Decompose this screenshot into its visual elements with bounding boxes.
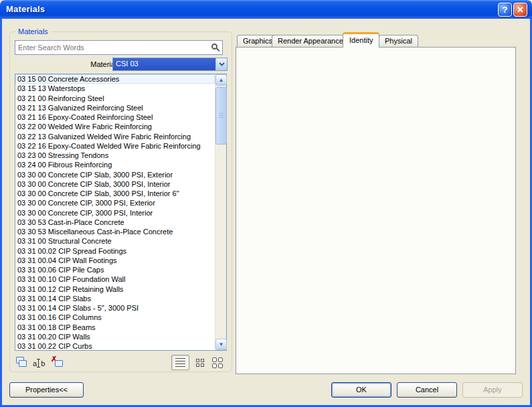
window-title: Materials (6, 4, 45, 14)
list-item[interactable]: 03 31 00.10 CIP Foundation Wall (15, 274, 215, 284)
tab-physical[interactable]: Physical (379, 35, 418, 48)
chevron-down-icon[interactable] (215, 58, 227, 70)
small-icons-view-button[interactable] (193, 355, 207, 370)
list-item[interactable]: 03 31 00.16 CIP Columns (15, 313, 215, 322)
list-item[interactable]: 03 31 00.18 CIP Beams (15, 323, 215, 332)
scroll-up-icon[interactable]: ▲ (215, 74, 227, 86)
rename-material-icon[interactable]: ab (33, 357, 48, 371)
list-scrollbar[interactable]: ▲ ▼ (215, 74, 226, 350)
tab-render-appearance[interactable]: Render Appearance (272, 35, 349, 48)
materials-listbox[interactable]: 03 15 00 Concrete Accessories03 15 13 Wa… (15, 74, 227, 351)
identity-tab-page (236, 47, 516, 374)
list-item[interactable]: 03 31 00.02 CIP Spread Footings (15, 246, 215, 256)
list-item[interactable]: 03 23 00 Stressing Tendons (15, 151, 215, 160)
material-class-selected-value: CSI 03 (113, 58, 215, 70)
list-item[interactable]: 03 30 53 Miscellaneous Cast-in-Place Con… (15, 227, 215, 236)
list-item[interactable]: 03 31 00.22 CIP Curbs (15, 341, 215, 350)
close-button[interactable]: ✕ (513, 3, 527, 17)
tab-identity[interactable]: Identity (343, 32, 379, 48)
help-button[interactable]: ? (498, 3, 512, 17)
materials-group-label: Materials (15, 27, 51, 36)
title-bar[interactable]: Materials ? ✕ (0, 0, 532, 19)
small-icons-icon (196, 359, 204, 367)
sheet-front (19, 360, 27, 367)
list-item[interactable]: 03 31 00.14 CIP Slabs - 5", 3000 PSI (15, 303, 215, 313)
list-item[interactable]: 03 30 00 Concrete CIP Slab, 3000 PSI, Ex… (15, 170, 215, 179)
scrollbar-thumb[interactable] (215, 87, 227, 145)
list-item[interactable]: 03 24 00 Fibrous Reinforcing (15, 160, 215, 169)
list-item[interactable]: 03 30 53 Cast-in-Place Concrete (15, 218, 215, 227)
list-item[interactable]: 03 31 00.20 CIP Walls (15, 332, 215, 341)
list-item[interactable]: 03 31 00 Structural Concrete (15, 236, 215, 246)
list-item[interactable]: 03 31 00.14 CIP Slabs (15, 294, 215, 303)
delete-material-icon[interactable]: ✗ (51, 356, 66, 370)
list-item[interactable]: 03 21 16 Epoxy-Coated Reinforcing Steel (15, 112, 215, 122)
ok-button[interactable]: OK (331, 382, 391, 398)
list-item[interactable]: 03 30 00 Concrete CIP Slab, 3000 PSI, In… (15, 189, 215, 198)
red-x-icon: ✗ (51, 355, 57, 363)
list-item[interactable]: 03 31 00.04 CIP Wall Footings (15, 256, 215, 265)
materials-dialog: Materials ? ✕ Materials Material Class: … (0, 0, 532, 407)
list-view-icon (175, 358, 185, 367)
cancel-button[interactable]: Cancel (397, 382, 457, 398)
search-icon[interactable] (211, 44, 217, 50)
duplicate-material-icon[interactable] (16, 356, 31, 370)
properties-toggle-button[interactable]: Properties<< (9, 382, 84, 398)
list-item[interactable]: 03 15 00 Concrete Accessories (15, 74, 215, 84)
large-icons-icon (212, 357, 223, 368)
scroll-down-icon[interactable]: ▼ (215, 339, 227, 350)
list-item[interactable]: 03 21 00 Reinforcing Steel (15, 94, 215, 103)
apply-button: Apply (462, 382, 523, 398)
list-item[interactable]: 03 15 13 Waterstops (15, 84, 215, 93)
list-item[interactable]: 03 31 00.06 CIP Pile Caps (15, 265, 215, 274)
material-class-dropdown[interactable]: CSI 03 (112, 58, 228, 71)
list-view-button[interactable] (171, 355, 189, 370)
large-icons-view-button[interactable] (209, 355, 226, 370)
list-item[interactable]: 03 22 16 Epoxy-Coated Welded Wire Fabric… (15, 141, 215, 151)
list-item[interactable]: 03 31 00.12 CIP Retaining Walls (15, 284, 215, 294)
search-input[interactable] (16, 42, 205, 54)
list-item[interactable]: 03 22 13 Galvanized Welded Wire Fabric R… (15, 132, 215, 141)
list-item[interactable]: 03 30 00 Concrete CIP, 3000 PSI, Exterio… (15, 198, 215, 208)
list-item[interactable]: 03 30 00 Concrete CIP, 3000 PSI, Interio… (15, 208, 215, 218)
list-item[interactable]: 03 21 13 Galvanized Reinforcing Steel (15, 103, 215, 112)
materials-list: 03 15 00 Concrete Accessories03 15 13 Wa… (15, 74, 215, 350)
ibeam-cursor-icon (38, 359, 39, 368)
list-item[interactable]: 03 30 00 Concrete CIP Slab, 3000 PSI, In… (15, 179, 215, 189)
search-box[interactable] (15, 40, 223, 55)
list-item[interactable]: 03 22 00 Welded Wire Fabric Reinforcing (15, 122, 215, 131)
